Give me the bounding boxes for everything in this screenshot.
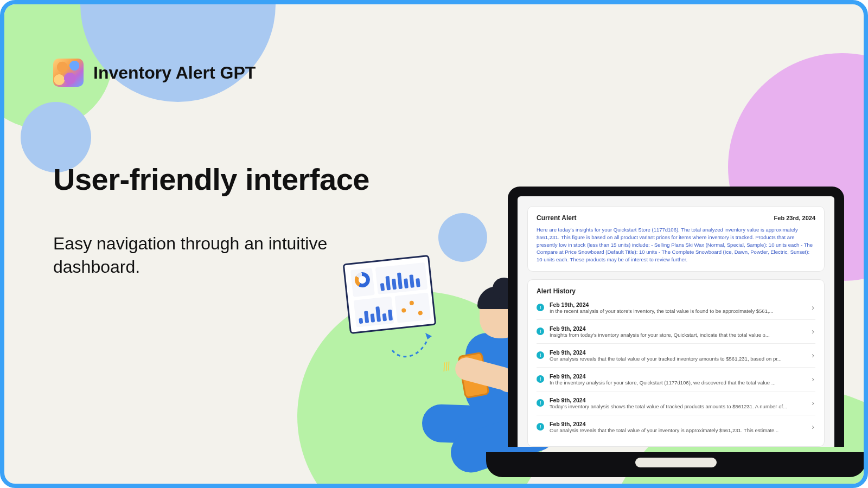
alert-history-panel: Alert History !Feb 19th, 2024In the rece… — [527, 279, 825, 447]
info-dot-icon: ! — [537, 351, 544, 359]
alert-history-text: Feb 9th, 2024Today's inventory analysis … — [550, 397, 805, 409]
hero-subhead: Easy navigation through an intuitive das… — [53, 232, 357, 279]
info-dot-icon: ! — [537, 423, 544, 431]
alert-history-text: Feb 9th, 2024Our analysis reveals that t… — [550, 421, 805, 433]
current-alert-title: Current Alert — [537, 214, 577, 222]
current-alert-panel: Current Alert Feb 23rd, 2024 Here are to… — [527, 206, 825, 272]
app-screen: Current Alert Feb 23rd, 2024 Here are to… — [518, 196, 834, 447]
bg-blob — [438, 213, 487, 262]
current-alert-date: Feb 23rd, 2024 — [774, 215, 815, 221]
alert-history-item[interactable]: !Feb 9th, 2024Our analysis reveals that … — [537, 343, 815, 367]
chevron-right-icon: › — [810, 422, 815, 431]
info-dot-icon: ! — [537, 328, 544, 335]
alert-history-date: Feb 9th, 2024 — [550, 397, 805, 403]
alert-history-text: Feb 19th, 2024In the recent analysis of … — [550, 301, 805, 314]
app-name: Inventory Alert GPT — [93, 63, 256, 83]
alert-history-item[interactable]: !Feb 9th, 2024In the inventory analysis … — [537, 367, 815, 391]
alert-history-date: Feb 9th, 2024 — [550, 373, 805, 380]
chevron-right-icon: › — [810, 351, 815, 359]
hero-headline: User-friendly interface — [53, 162, 369, 197]
alert-history-item[interactable]: !Feb 9th, 2024Insights from today's inve… — [537, 319, 815, 343]
laptop-bezel: Current Alert Feb 23rd, 2024 Here are to… — [508, 187, 844, 447]
alert-history-date: Feb 9th, 2024 — [550, 325, 805, 332]
alert-history-date: Feb 9th, 2024 — [550, 349, 805, 356]
alert-history-text: Feb 9th, 2024Our analysis reveals that t… — [550, 349, 805, 362]
info-dot-icon: ! — [537, 399, 544, 407]
alert-history-date: Feb 9th, 2024 — [550, 421, 805, 427]
laptop-mockup: Current Alert Feb 23rd, 2024 Here are to… — [508, 187, 844, 468]
info-dot-icon: ! — [537, 304, 544, 311]
brand-row: Inventory Alert GPT — [53, 59, 256, 87]
alert-history-summary: In the inventory analysis for your store… — [550, 380, 805, 386]
alert-history-summary: Our analysis reveals that the total valu… — [550, 427, 805, 433]
chevron-right-icon: › — [810, 303, 815, 312]
app-logo-icon — [53, 59, 84, 87]
promo-frame: Inventory Alert GPT User-friendly interf… — [0, 0, 868, 488]
chevron-right-icon: › — [810, 375, 815, 383]
alert-history-item[interactable]: !Feb 9th, 2024Our analysis reveals that … — [537, 415, 815, 439]
alert-history-item[interactable]: !Feb 9th, 2024Today's inventory analysis… — [537, 391, 815, 415]
alert-history-summary: Today's inventory analysis shows the tot… — [550, 403, 805, 409]
alert-history-title: Alert History — [537, 287, 576, 295]
chevron-right-icon: › — [810, 399, 815, 407]
alert-history-text: Feb 9th, 2024Insights from today's inven… — [550, 325, 805, 338]
alert-history-text: Feb 9th, 2024In the inventory analysis f… — [550, 373, 805, 386]
alert-history-summary: Our analysis reveals that the total valu… — [550, 356, 805, 362]
hero-illustration: / / / — [341, 259, 525, 471]
alert-history-summary: In the recent analysis of your store's i… — [550, 308, 805, 314]
info-dot-icon: ! — [537, 375, 544, 383]
current-alert-body: Here are today's insights for your Quick… — [537, 226, 815, 264]
alert-history-item[interactable]: !Feb 19th, 2024In the recent analysis of… — [537, 299, 815, 319]
alert-history-date: Feb 19th, 2024 — [550, 301, 805, 308]
chevron-right-icon: › — [810, 327, 815, 336]
laptop-base — [486, 452, 866, 477]
alert-history-summary: Insights from today's inventory analysis… — [550, 332, 805, 338]
